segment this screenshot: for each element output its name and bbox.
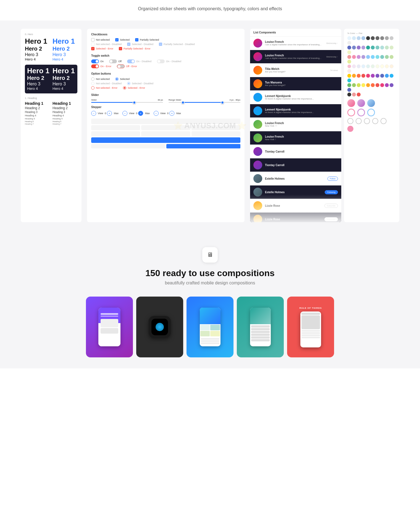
- toggle-label-off-error: Off - Error: [126, 65, 137, 68]
- ring-1: [347, 99, 355, 107]
- compositions-icon: 🖥: [202, 247, 218, 263]
- hero2-dark-2: Hero 2: [53, 75, 75, 81]
- hero1-dark-2: Hero 1: [53, 67, 75, 75]
- typography-panel: 0. Hero Hero 1 Hero 2 Hero 3 Hero 4 Hero…: [21, 29, 82, 222]
- toggle-title: Toggle switch: [91, 54, 240, 57]
- slider-range-thumb-left[interactable]: [181, 101, 185, 104]
- teal-row-1: [251, 325, 270, 328]
- slider-range-thumb-right[interactable]: [221, 101, 224, 104]
- list-info-2-dark: Tus Manuera Are you free tonight?: [265, 81, 338, 87]
- slider-row: Slider 48 px Range Slider 4 px - 80px: [91, 99, 240, 103]
- teal-row-4: [251, 334, 270, 336]
- list-info-4-dark: Louise French New York ↑: [265, 135, 338, 141]
- toggle-track-off-error: [117, 64, 125, 68]
- cb-partial: Partially Selected: [135, 38, 159, 41]
- color-dot-4: [361, 36, 365, 40]
- toggle-label-error: On - Error: [100, 65, 111, 68]
- color-dot-6: [371, 36, 375, 40]
- subscribe-btn[interactable]: Subscribe: [324, 204, 338, 208]
- option-row-2: Not selected - Disabled Selected - Disab…: [91, 82, 240, 85]
- stepper-minus-3[interactable]: −: [154, 111, 159, 116]
- hero4-blue: Hero 4: [53, 57, 77, 62]
- color-dot-lp2: [352, 64, 356, 68]
- radio-selected-disabled: Selected - Disabled: [127, 82, 153, 85]
- list-info-3: Lennert Njenbjuvnk Hi there! A digital m…: [265, 95, 338, 100]
- heading2-a: Heading 2: [25, 106, 50, 110]
- list-item-2: Tilia Welch Are you free tonight? 54 vie…: [250, 64, 341, 77]
- hero1-blue: Hero 1: [53, 37, 77, 45]
- hero3-text: Hero 3: [25, 52, 50, 57]
- phone-blue-grid: [200, 324, 221, 337]
- stepper-minus-1[interactable]: −: [91, 111, 96, 116]
- stepper-section: Stepper − View 0 + Max − View 0 + Max: [91, 106, 240, 148]
- radio-label-selected-disabled: Selected - Disabled: [132, 82, 153, 85]
- list-item-4-dark: Louise French New York ↑: [250, 131, 341, 145]
- heading4-a: Heading 4: [25, 114, 50, 117]
- radio-selected: Selected: [115, 77, 130, 81]
- color-dot-v6: [371, 74, 375, 78]
- list-info-7: Lizzie Rose: [265, 204, 322, 207]
- rot-img: [301, 315, 320, 329]
- color-dot-5: [366, 36, 370, 40]
- slider-name: Slider: [91, 99, 97, 101]
- stepper-max-2: Max: [144, 112, 151, 115]
- color-dot-gn6: [371, 83, 375, 87]
- stepper-item-3: − View 0 + Max: [154, 111, 182, 116]
- heading6-a: Heading 6: [25, 121, 50, 122]
- checkbox-row-3: Selected - Error Partially Selected - Er…: [91, 47, 240, 50]
- hero3-dark-2: Hero 3: [53, 81, 75, 87]
- teal-row-3: [251, 331, 270, 333]
- stepper-plus-2[interactable]: +: [138, 111, 143, 116]
- phone-screen-purple: [98, 308, 120, 346]
- list-item-6: Estelle Holmes Follow: [250, 172, 341, 185]
- hero-dark-col-2: Hero 1 Hero 2 Hero 3 Hero 4: [53, 67, 75, 91]
- stepper-title: Stepper: [91, 106, 240, 109]
- form-half-4: [91, 131, 140, 136]
- avatar-2-dark: [253, 79, 262, 88]
- following-btn[interactable]: Following: [325, 190, 338, 194]
- color-dot-lp4: [361, 64, 365, 68]
- color-dot-t3: [376, 46, 379, 49]
- radio-filled: [115, 77, 119, 81]
- showcase-area: 0. Hero Hero 1 Hero 2 Hero 3 Hero 4 Hero…: [0, 20, 420, 231]
- list-msg-2: Are you free tonight?: [265, 70, 328, 73]
- list-msg-4-dark: New York ↑: [265, 138, 338, 141]
- color-dot-r9: [385, 55, 389, 59]
- color-dot-dk2: [352, 93, 356, 96]
- phone-teal-top: [250, 308, 271, 324]
- stepper-plus-3[interactable]: +: [169, 111, 174, 116]
- list-name-5-dark: Tiontay Carroll: [265, 164, 338, 167]
- slider-thumb[interactable]: [133, 101, 136, 104]
- subscribe-btn-dark[interactable]: Subscribe: [324, 217, 338, 221]
- follow-btn[interactable]: Follow: [327, 177, 338, 181]
- stepper-val-label-2: 0: [136, 111, 137, 116]
- checkbox-row-1: Not selected Selected Partially Selected: [91, 38, 240, 41]
- list-info-1: Louise French I am a digital marketer si…: [265, 40, 324, 46]
- grid-cell-3: [200, 331, 210, 336]
- stepper-minus-2[interactable]: −: [122, 111, 127, 116]
- ring-hollow-4: [372, 118, 378, 124]
- phone-blue-row-1: [201, 338, 219, 340]
- heading7-a: Heading 7: [25, 123, 50, 125]
- option-row-3: Not selected - Error Selected - Error: [91, 86, 240, 90]
- color-dot-gn1: [347, 83, 351, 87]
- card-content-rot: RULE OF THIRDS: [287, 297, 334, 357]
- color-dot-gn5: [366, 83, 370, 87]
- slider-range-label: Range Slider 4 px - 80px: [169, 99, 240, 101]
- color-dot-gn9: [385, 83, 389, 87]
- phone-teal-rows: [250, 324, 271, 343]
- grid-cell-2: [210, 325, 220, 330]
- form-half-3: [191, 125, 240, 130]
- hero1-dark: Hero 1: [27, 67, 50, 75]
- rot-row-4: [301, 337, 320, 338]
- color-dot-lp5: [366, 64, 370, 68]
- color-dot-g1: [385, 46, 389, 49]
- heading2-b: Heading 2: [53, 106, 77, 110]
- option-title: Option buttons: [91, 72, 240, 75]
- toggle-on-disabled: On - Disabled: [127, 59, 151, 63]
- hero1-text: Hero 1: [25, 37, 50, 45]
- toggle-thumb-off-error: [118, 65, 120, 68]
- hero4-text: Hero 4: [25, 57, 50, 62]
- form-half-6: [191, 131, 240, 136]
- stepper-plus-1[interactable]: +: [107, 111, 112, 116]
